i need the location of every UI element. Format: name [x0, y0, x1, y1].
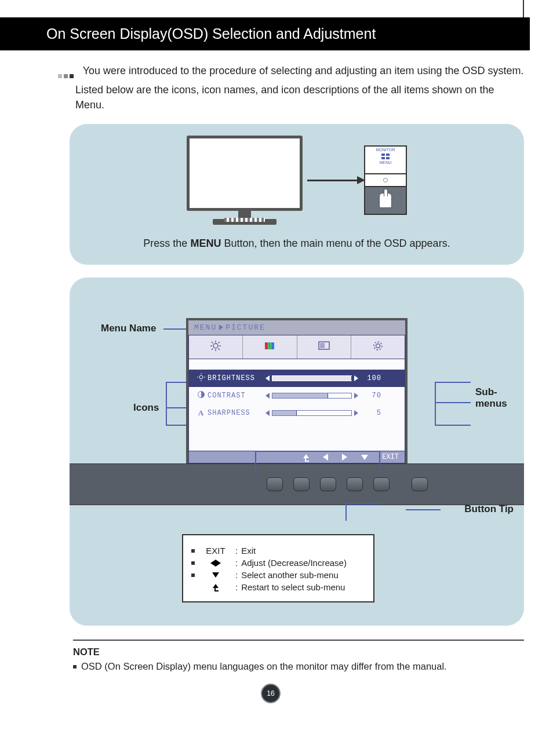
- left-icon[interactable]: [323, 453, 328, 461]
- svg-point-15: [374, 342, 382, 350]
- slider[interactable]: [265, 410, 358, 416]
- legend-row: :Select another sub-menu: [191, 570, 365, 580]
- osd-window: MENUPICTURE BRIGHTNESS100CONTRAST70ASHAR…: [186, 318, 408, 463]
- slider[interactable]: [265, 375, 358, 381]
- hardware-button[interactable]: [373, 477, 390, 491]
- monitor-bezel: [70, 463, 524, 505]
- note-block: NOTE OSD (On Screen Display) menu langua…: [73, 647, 524, 672]
- up-return-icon[interactable]: [304, 453, 309, 461]
- legend-desc: Exit: [241, 546, 256, 556]
- osd-explainer-panel: Menu Name Icons Sub-menus MENUPICTURE: [70, 277, 524, 626]
- hardware-button[interactable]: [267, 477, 283, 491]
- decrease-icon: [265, 410, 270, 416]
- svg-point-16: [199, 375, 203, 379]
- svg-point-0: [213, 344, 218, 348]
- increase-icon: [354, 375, 358, 381]
- brightness-icon: [209, 340, 222, 352]
- tab-color[interactable]: [243, 335, 297, 359]
- decrease-icon: [265, 375, 270, 381]
- setting-value: 70: [358, 392, 381, 400]
- decrease-icon: [265, 393, 270, 399]
- legend-desc: Adjust (Decrease/Increase): [241, 558, 347, 568]
- label-submenus: Sub-menus: [475, 386, 510, 410]
- section-heading: On Screen Display(OSD) Selection and Adj…: [0, 17, 530, 50]
- svg-rect-11: [271, 342, 274, 349]
- osd-breadcrumb: MENUPICTURE: [188, 320, 405, 335]
- sharpness-icon: A: [195, 408, 208, 418]
- bullet-icon: [58, 67, 75, 82]
- osd-footer: EXIT: [188, 451, 405, 463]
- zoom-callout: MONITOR MENU: [364, 145, 407, 215]
- svg-line-8: [219, 342, 220, 344]
- legend-key: [199, 560, 232, 567]
- settings-icon: [372, 340, 384, 352]
- osd-row[interactable]: ASHARPNESS5: [189, 404, 405, 422]
- legend-key: [199, 572, 232, 578]
- right-icon[interactable]: [342, 453, 347, 461]
- bullet-icon: [73, 665, 77, 669]
- zoom-title: MONITOR: [365, 148, 406, 152]
- contrast-icon: [195, 390, 208, 401]
- note-heading: NOTE: [73, 647, 524, 658]
- osd-tabbar: [188, 335, 405, 359]
- manual-page: On Screen Display(OSD) Selection and Adj…: [0, 0, 553, 726]
- increase-icon: [354, 410, 358, 416]
- legend-row: :Adjust (Decrease/Increase): [191, 558, 365, 568]
- legend-desc: Select another sub-menu: [241, 570, 339, 580]
- down-icon[interactable]: [361, 453, 368, 461]
- setting-name: SHARPNESS: [208, 409, 265, 417]
- tab-settings[interactable]: [351, 335, 405, 359]
- increase-icon: [354, 393, 358, 399]
- label-menu-name: Menu Name: [101, 323, 156, 334]
- hand-press-icon: [379, 193, 392, 208]
- setting-name: CONTRAST: [208, 392, 265, 400]
- hardware-button[interactable]: [347, 477, 363, 491]
- svg-rect-13: [320, 343, 325, 348]
- legend-key: EXIT: [199, 546, 232, 556]
- setting-value: 100: [358, 374, 381, 382]
- chevron-right-icon: [219, 324, 223, 330]
- setting-value: 5: [358, 409, 381, 417]
- legend-desc: Restart to select sub-menu: [241, 582, 345, 592]
- intro-text: You were introduced to the procedure of …: [75, 65, 523, 111]
- setting-name: BRIGHTNESS: [208, 374, 265, 382]
- legend-row: EXIT:Exit: [191, 546, 365, 556]
- page-number: 16: [261, 684, 281, 703]
- legend-key: [199, 584, 232, 590]
- intro-paragraph: You were introduced to the procedure of …: [75, 63, 524, 112]
- slider[interactable]: [265, 393, 358, 399]
- panel-caption: Press the MENU Button, then the main men…: [87, 238, 507, 250]
- svg-point-14: [376, 344, 380, 348]
- hardware-button[interactable]: [293, 477, 310, 491]
- screen-icon: [318, 340, 330, 352]
- hardware-button[interactable]: [320, 477, 336, 491]
- tab-screen[interactable]: [297, 335, 351, 359]
- legend-row: :Restart to select sub-menu: [191, 582, 365, 592]
- zoom-arrow-icon: [307, 180, 359, 181]
- svg-rect-9: [265, 342, 268, 349]
- note-text: OSD (On Screen Display) menu languages o…: [81, 661, 447, 671]
- svg-line-7: [212, 349, 213, 350]
- osd-row[interactable]: BRIGHTNESS100: [189, 370, 405, 387]
- monitor-illustration: [187, 136, 303, 225]
- zoom-menu-label: MENU: [365, 160, 406, 165]
- svg-line-5: [212, 342, 213, 344]
- sun-icon: [195, 373, 208, 384]
- illustration-panel: MONITOR MENU Press the MENU Button, then…: [70, 124, 524, 265]
- color-icon: [263, 340, 276, 352]
- svg-line-6: [219, 349, 220, 350]
- grid-icon: [381, 154, 390, 159]
- crop-mark: [523, 0, 524, 17]
- exit-label[interactable]: EXIT: [382, 453, 399, 461]
- button-legend: EXIT:Exit :Adjust (Decrease/Increase):Se…: [182, 534, 374, 602]
- svg-rect-10: [268, 342, 271, 349]
- tab-picture[interactable]: [189, 335, 243, 359]
- label-icons: Icons: [133, 402, 159, 414]
- osd-row[interactable]: CONTRAST70: [189, 387, 405, 404]
- label-button-tip: Button Tip: [464, 503, 514, 515]
- hardware-button-power[interactable]: [412, 477, 428, 491]
